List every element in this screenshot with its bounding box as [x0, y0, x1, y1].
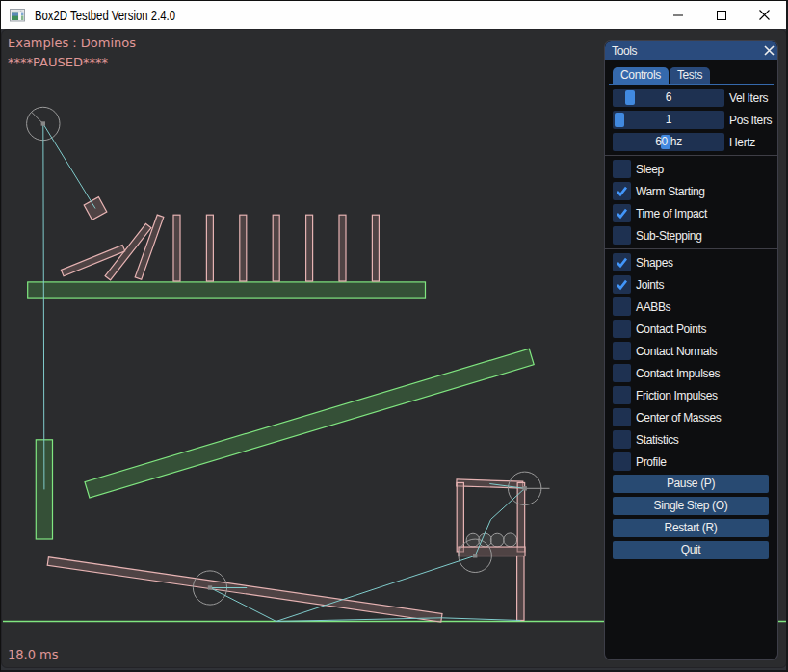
window-title: Box2D Testbed Version 2.4.0 [35, 8, 538, 23]
tools-close-button[interactable] [762, 43, 776, 58]
body-ball [504, 533, 517, 547]
checkbox-row-aabbs: AABBs [613, 297, 769, 316]
tools-title: Tools [612, 44, 762, 58]
scene-line [441, 618, 520, 621]
anchor-dot [208, 585, 212, 589]
checkbox-contact-normals[interactable] [613, 342, 631, 360]
maximize-button[interactable] [699, 1, 743, 29]
scene-line [43, 124, 44, 490]
separator [605, 248, 777, 249]
tools-close-icon [764, 45, 775, 56]
button-restart-r[interactable]: Restart (R) [613, 519, 769, 537]
checkmark-icon [616, 207, 628, 220]
separator [605, 155, 777, 156]
checkbox-row-contact-normals: Contact Normals [613, 342, 769, 360]
body-domino-7 [273, 215, 279, 281]
tab-controls[interactable]: Controls [613, 67, 669, 84]
button-pause-p[interactable]: Pause (P) [613, 475, 769, 493]
checkbox-aabbs[interactable] [613, 297, 631, 316]
checkbox-sub-stepping[interactable] [613, 226, 631, 245]
slider-value: 60 hz [613, 133, 724, 151]
close-icon [759, 10, 770, 20]
anchor-dot [41, 121, 45, 125]
slider-row-hertz: 60 hzHertz [613, 133, 769, 151]
scene-line [43, 124, 95, 209]
slider-label: Vel Iters [729, 91, 768, 105]
checkbox-sleep[interactable] [613, 160, 631, 178]
body-domino-5 [206, 215, 213, 281]
slider-value: 1 [613, 111, 724, 129]
anchor-dot [473, 554, 477, 557]
body-cart-wall-right [517, 482, 525, 552]
tools-title-bar[interactable]: Tools [605, 41, 777, 60]
body-domino-9 [339, 215, 346, 281]
checkbox-contact-points[interactable] [613, 320, 631, 338]
body-ramp [85, 349, 534, 498]
checkbox-label: Center of Masses [636, 411, 721, 425]
checkbox-label: Time of Impact [636, 207, 707, 220]
tools-tab-bar: ControlsTests [613, 67, 769, 84]
checkbox-row-sub-stepping: Sub-Stepping [613, 226, 769, 245]
checkbox-row-shapes: Shapes [613, 253, 769, 271]
checkbox-label: Shapes [636, 256, 673, 270]
body-seesaw-plank [47, 557, 442, 622]
tab-underline [609, 84, 774, 85]
body-domino-4 [173, 215, 180, 281]
checkbox-label: Sleep [636, 163, 664, 176]
checkbox-label: Contact Normals [636, 345, 717, 358]
checkbox-row-friction-impulses: Friction Impulses [613, 386, 769, 404]
checkbox-label: Sub-Stepping [636, 229, 702, 243]
minimize-icon [673, 11, 683, 20]
checkbox-row-profile: Profile [613, 452, 769, 471]
slider-hertz[interactable]: 60 hz [613, 133, 724, 151]
checkmark-icon [616, 278, 628, 291]
slider-value: 6 [613, 89, 724, 107]
slider-vel-iters[interactable]: 6 [613, 89, 724, 107]
body-ball [490, 533, 504, 547]
checkbox-row-contact-points: Contact Points [613, 320, 769, 338]
test-name-label: Examples : Dominos [8, 36, 136, 50]
checkbox-statistics[interactable] [613, 430, 631, 449]
checkbox-row-center-of-masses: Center of Masses [613, 408, 769, 426]
checkbox-shapes[interactable] [613, 253, 631, 271]
anchor-dot [523, 486, 527, 490]
checkbox-contact-impulses[interactable] [613, 364, 631, 382]
checkmark-icon [616, 256, 628, 269]
checkbox-row-contact-impulses: Contact Impulses [613, 364, 769, 382]
checkbox-joints[interactable] [613, 275, 631, 294]
checkbox-row-joints: Joints [613, 275, 769, 294]
checkbox-center-of-masses[interactable] [613, 408, 631, 426]
checkbox-label: Contact Points [636, 323, 706, 336]
checkbox-row-statistics: Statistics [613, 430, 769, 449]
maximize-icon [717, 11, 726, 20]
checkbox-row-sleep: Sleep [613, 160, 769, 178]
checkbox-row-warm-starting: Warm Starting [613, 182, 769, 200]
checkbox-label: AABBs [636, 300, 670, 314]
body-domino-10 [372, 215, 379, 281]
slider-label: Hertz [729, 136, 755, 149]
slider-pos-iters[interactable]: 1 [613, 111, 724, 129]
body-platform [28, 282, 426, 298]
button-quit[interactable]: Quit [613, 541, 769, 559]
app-icon [10, 8, 25, 23]
checkbox-row-time-of-impact: Time of Impact [613, 204, 769, 222]
tab-tests[interactable]: Tests [670, 67, 710, 84]
slider-row-vel-iters: 6Vel Iters [613, 89, 769, 107]
checkbox-label: Joints [636, 278, 664, 292]
tools-panel: Tools ControlsTests 6Vel Iters1Pos Iters… [604, 40, 778, 660]
checkbox-label: Statistics [636, 433, 679, 447]
checkbox-label: Profile [636, 455, 667, 469]
tools-content: ControlsTests 6Vel Iters1Pos Iters60 hzH… [605, 60, 777, 559]
minimize-button[interactable] [656, 1, 699, 29]
checkbox-profile[interactable] [613, 452, 631, 471]
button-single-step-o[interactable]: Single Step (O) [613, 497, 769, 515]
frame-time-label: 18.0 ms [8, 647, 59, 661]
body-leg-domino [517, 556, 524, 621]
checkbox-warm-starting[interactable] [613, 182, 631, 200]
body-cart-wall-left [457, 482, 463, 552]
body-domino-fallen-3 [135, 215, 164, 279]
checkbox-label: Friction Impulses [636, 389, 718, 402]
close-button[interactable] [743, 1, 786, 29]
checkbox-friction-impulses[interactable] [613, 386, 631, 404]
checkbox-time-of-impact[interactable] [613, 204, 631, 222]
